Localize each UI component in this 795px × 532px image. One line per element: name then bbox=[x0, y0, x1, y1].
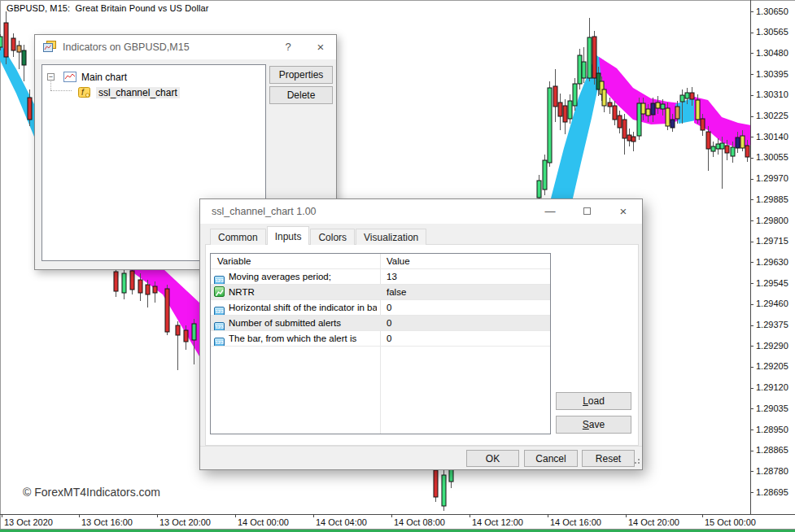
candle-bull bbox=[537, 181, 541, 198]
price-axis-tick bbox=[750, 492, 754, 493]
param-value[interactable]: false bbox=[387, 285, 547, 300]
param-value[interactable]: 0 bbox=[387, 316, 547, 331]
save-button[interactable]: Save bbox=[556, 416, 631, 434]
tab-colors[interactable]: Colors bbox=[310, 229, 355, 245]
delete-button[interactable]: Delete bbox=[269, 86, 333, 104]
column-header-variable: Variable bbox=[217, 254, 380, 269]
properties-button[interactable]: Properties bbox=[269, 66, 333, 84]
tab-inputs[interactable]: Inputs bbox=[267, 226, 310, 245]
price-axis-tick bbox=[750, 179, 754, 180]
candle-bull bbox=[192, 324, 196, 340]
button-separator bbox=[200, 446, 642, 447]
time-axis-tick bbox=[702, 514, 703, 517]
time-axis-tick bbox=[157, 514, 158, 517]
help-button[interactable]: ? bbox=[281, 40, 295, 55]
price-axis[interactable]: 1.306501.305651.304801.303951.303101.302… bbox=[750, 0, 795, 514]
candle-bull bbox=[740, 136, 745, 148]
param-row[interactable]: 123The bar, from which the alert is0 bbox=[211, 331, 550, 347]
candle-bull bbox=[685, 93, 689, 98]
price-axis-label: 1.29205 bbox=[756, 361, 788, 371]
time-axis[interactable]: 13 Oct 202013 Oct 16:0013 Oct 20:0014 Oc… bbox=[0, 514, 795, 529]
candle-bull bbox=[696, 100, 700, 120]
param-row[interactable]: 123Horizontal shift of the indicator in … bbox=[211, 300, 550, 316]
candle-bull bbox=[543, 160, 547, 190]
time-axis-label: 13 Oct 2020 bbox=[4, 517, 53, 527]
close-icon[interactable]: × bbox=[616, 204, 631, 219]
indicators-dialog-titlebar[interactable]: Indicators on GBPUSD,M15 ? × bbox=[35, 35, 336, 59]
settings-dialog-titlebar[interactable]: ssl_channel_chart 1.00 — × bbox=[200, 199, 642, 224]
price-axis-tick bbox=[750, 74, 754, 75]
price-axis-tick bbox=[750, 137, 754, 137]
candle-bull bbox=[651, 103, 655, 115]
bottom-border-strip bbox=[0, 529, 795, 532]
candle-bear bbox=[153, 286, 157, 293]
price-axis-label: 1.29885 bbox=[756, 194, 788, 204]
price-axis-tick bbox=[750, 11, 754, 12]
price-axis-label: 1.29715 bbox=[756, 236, 788, 246]
time-axis-label: 13 Oct 16:00 bbox=[81, 517, 133, 527]
candle-bull bbox=[736, 137, 740, 148]
tab-visualization[interactable]: Visualization bbox=[356, 229, 426, 245]
param-name: 123Moving averages period; bbox=[214, 269, 377, 285]
price-axis-label: 1.29970 bbox=[756, 173, 788, 183]
price-axis-label: 1.30480 bbox=[756, 48, 788, 58]
candle-bear bbox=[725, 146, 729, 153]
candle-bear bbox=[176, 325, 180, 335]
time-axis-label: 15 Oct 00:00 bbox=[705, 517, 756, 527]
ok-button[interactable]: OK bbox=[466, 450, 519, 467]
close-icon[interactable]: × bbox=[313, 40, 328, 55]
tree-item-label: Main chart bbox=[81, 72, 127, 83]
candle-bear bbox=[138, 280, 142, 293]
minimize-icon[interactable]: — bbox=[543, 204, 557, 219]
time-axis-tick bbox=[2, 514, 2, 517]
param-name: 123Number of submitted alerts bbox=[214, 316, 377, 331]
param-row[interactable]: 123Number of submitted alerts0 bbox=[211, 316, 550, 331]
load-button[interactable]: Load bbox=[556, 392, 631, 410]
price-axis-tick bbox=[750, 199, 754, 200]
price-axis-tick bbox=[750, 430, 754, 430]
price-axis-tick bbox=[750, 408, 754, 409]
tree-collapse-toggle[interactable]: − bbox=[47, 73, 55, 81]
param-value[interactable]: 0 bbox=[387, 300, 547, 316]
reset-button[interactable]: Reset bbox=[582, 450, 635, 467]
resize-grip[interactable] bbox=[632, 453, 640, 468]
price-axis-tick bbox=[750, 367, 754, 368]
candle-bull bbox=[442, 475, 446, 506]
tab-common[interactable]: Common bbox=[210, 229, 266, 245]
parameters-table[interactable]: Variable Value 123Moving averages period… bbox=[210, 253, 551, 434]
watermark: © ForexMT4Indicators.com bbox=[23, 486, 160, 499]
price-axis-label: 1.30310 bbox=[756, 89, 788, 99]
indicators-dialog-title: Indicators on GBPUSD,M15 bbox=[63, 41, 190, 53]
candle-bull bbox=[602, 89, 606, 106]
main-chart-icon bbox=[63, 72, 76, 85]
candle-bull bbox=[675, 107, 679, 119]
candle-bear bbox=[11, 38, 15, 50]
price-axis-label: 1.30140 bbox=[756, 132, 788, 142]
param-value[interactable]: 13 bbox=[387, 269, 547, 285]
candle-bear bbox=[701, 119, 705, 130]
price-axis-label: 1.29545 bbox=[756, 278, 788, 288]
price-axis-label: 1.29290 bbox=[756, 341, 788, 351]
candle-bull bbox=[568, 101, 572, 119]
price-axis-label: 1.29630 bbox=[756, 257, 788, 267]
candle-bear bbox=[4, 23, 8, 57]
candle-bull bbox=[588, 37, 592, 78]
time-axis-tick bbox=[548, 514, 548, 517]
time-axis-label: 14 Oct 20:00 bbox=[628, 517, 679, 527]
param-row[interactable]: 123Moving averages period;13 bbox=[211, 269, 550, 285]
candle-bull bbox=[680, 95, 684, 102]
candle-bull bbox=[548, 88, 552, 163]
column-header-value: Value bbox=[387, 254, 547, 269]
price-axis-tick bbox=[750, 471, 754, 472]
maximize-icon[interactable] bbox=[579, 204, 594, 219]
candle-bull bbox=[711, 146, 715, 151]
time-axis-tick bbox=[79, 514, 80, 517]
param-value[interactable]: 0 bbox=[387, 331, 547, 347]
candle-bear bbox=[434, 470, 438, 497]
price-axis-tick bbox=[750, 346, 754, 347]
candle-bear bbox=[130, 271, 134, 290]
cancel-button[interactable]: Cancel bbox=[524, 450, 578, 467]
param-row[interactable]: NRTRfalse bbox=[211, 285, 550, 300]
candle-bear bbox=[28, 98, 32, 120]
candle-bull bbox=[731, 147, 735, 156]
